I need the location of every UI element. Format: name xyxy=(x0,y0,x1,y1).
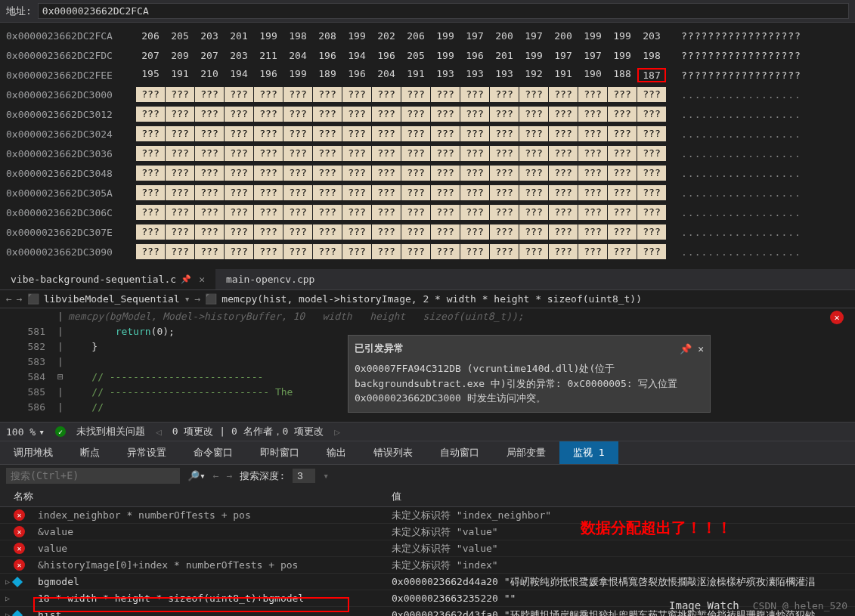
memory-byte[interactable]: ??? xyxy=(401,87,430,102)
memory-byte[interactable]: ??? xyxy=(549,185,578,200)
memory-byte[interactable]: ??? xyxy=(225,87,253,102)
memory-byte[interactable]: ??? xyxy=(342,166,371,181)
memory-byte[interactable]: ??? xyxy=(225,205,253,220)
memory-byte[interactable]: ??? xyxy=(254,126,283,141)
memory-byte[interactable]: ??? xyxy=(431,244,460,259)
memory-byte[interactable]: ??? xyxy=(578,205,607,220)
memory-byte[interactable]: ??? xyxy=(313,146,342,161)
nav-right-icon[interactable]: → xyxy=(227,470,233,481)
memory-byte[interactable]: ??? xyxy=(166,185,194,200)
memory-byte[interactable]: ??? xyxy=(313,87,342,102)
memory-byte[interactable]: ??? xyxy=(195,185,224,200)
memory-row[interactable]: 0x0000023662DC3000??????????????????????… xyxy=(0,85,855,104)
file-tab[interactable]: vibe-background-sequential.c📌✕ xyxy=(0,269,215,289)
memory-byte[interactable]: ??? xyxy=(254,224,283,240)
memory-byte[interactable]: ??? xyxy=(578,107,607,122)
debug-tab[interactable]: 命令窗口 xyxy=(180,441,246,464)
expand-icon[interactable]: ▷ xyxy=(3,594,12,602)
memory-byte[interactable]: ??? xyxy=(549,126,578,141)
breadcrumb-scope[interactable]: libvibeModel_Sequential xyxy=(44,293,180,305)
memory-byte[interactable]: ??? xyxy=(372,244,401,259)
memory-byte[interactable]: ??? xyxy=(460,205,489,220)
memory-byte[interactable]: ??? xyxy=(549,107,578,122)
memory-byte[interactable]: 198 xyxy=(637,50,666,61)
memory-byte[interactable]: ??? xyxy=(225,244,253,259)
memory-byte[interactable]: 193 xyxy=(490,68,519,82)
memory-byte[interactable]: ??? xyxy=(136,107,165,122)
memory-byte[interactable]: ??? xyxy=(136,166,165,181)
zoom-control[interactable]: 100 %▾ xyxy=(6,426,45,438)
memory-byte[interactable]: ??? xyxy=(608,166,637,181)
memory-byte[interactable]: ??? xyxy=(608,107,637,122)
memory-byte[interactable]: ??? xyxy=(136,185,165,200)
memory-byte[interactable]: ??? xyxy=(254,87,283,102)
memory-row[interactable]: 0x0000023662DC3024??????????????????????… xyxy=(0,124,855,144)
debug-tab[interactable]: 自动窗口 xyxy=(426,441,493,464)
memory-byte[interactable]: ??? xyxy=(549,244,578,259)
memory-row[interactable]: 0x0000023662DC305A??????????????????????… xyxy=(0,183,855,203)
memory-byte[interactable]: 203 xyxy=(225,50,253,61)
memory-byte[interactable]: ??? xyxy=(401,107,430,122)
memory-byte[interactable]: ??? xyxy=(608,185,637,200)
memory-byte[interactable]: 191 xyxy=(166,68,194,82)
watch-name[interactable]: &value xyxy=(38,526,386,537)
memory-byte[interactable]: ??? xyxy=(225,224,253,240)
memory-byte[interactable]: 199 xyxy=(608,30,637,42)
memory-byte[interactable]: ??? xyxy=(254,166,283,181)
memory-byte[interactable]: 199 xyxy=(254,30,283,42)
memory-byte[interactable]: ??? xyxy=(608,126,637,141)
memory-byte[interactable]: ??? xyxy=(313,224,342,240)
memory-byte[interactable]: ??? xyxy=(342,185,371,200)
memory-byte[interactable]: 201 xyxy=(490,50,519,61)
memory-byte[interactable]: ??? xyxy=(490,126,519,141)
memory-byte[interactable]: ??? xyxy=(637,126,666,141)
address-input[interactable] xyxy=(38,3,849,19)
memory-byte[interactable]: ??? xyxy=(490,205,519,220)
memory-byte[interactable]: ??? xyxy=(460,87,489,102)
debug-tab[interactable]: 监视 1 xyxy=(559,441,618,464)
memory-byte[interactable]: ??? xyxy=(519,185,548,200)
memory-byte[interactable]: ??? xyxy=(136,205,165,220)
fold-gutter[interactable]: | xyxy=(53,401,68,413)
memory-byte[interactable]: ??? xyxy=(342,244,371,259)
memory-byte[interactable]: 197 xyxy=(519,30,548,42)
memory-byte[interactable]: 207 xyxy=(136,50,165,61)
memory-byte[interactable]: ??? xyxy=(549,224,578,240)
memory-byte[interactable]: 197 xyxy=(460,30,489,42)
memory-byte[interactable]: 210 xyxy=(195,68,224,82)
memory-byte[interactable]: ??? xyxy=(195,205,224,220)
memory-byte[interactable]: ??? xyxy=(401,244,430,259)
memory-byte[interactable]: ??? xyxy=(136,224,165,240)
memory-byte[interactable]: ??? xyxy=(195,107,224,122)
memory-byte[interactable]: ??? xyxy=(166,244,194,259)
nav-left-icon[interactable]: ← xyxy=(6,293,12,305)
memory-byte[interactable]: ??? xyxy=(431,107,460,122)
memory-byte[interactable]: ??? xyxy=(608,87,637,102)
memory-byte[interactable]: ??? xyxy=(166,224,194,240)
fold-gutter[interactable]: | xyxy=(53,341,68,352)
debug-tab[interactable]: 错误列表 xyxy=(360,441,426,464)
memory-byte[interactable]: ??? xyxy=(342,107,371,122)
memory-byte[interactable]: ??? xyxy=(519,205,548,220)
memory-byte[interactable]: ??? xyxy=(225,146,253,161)
memory-byte[interactable]: ??? xyxy=(195,244,224,259)
memory-byte[interactable]: 197 xyxy=(578,50,607,61)
memory-byte[interactable]: 206 xyxy=(136,30,165,42)
memory-byte[interactable]: ??? xyxy=(637,244,666,259)
memory-byte[interactable]: 191 xyxy=(549,68,578,82)
memory-row[interactable]: 0x0000023662DC3012??????????????????????… xyxy=(0,104,855,124)
memory-byte[interactable]: ??? xyxy=(401,166,430,181)
column-value[interactable]: 值 xyxy=(386,490,855,503)
memory-byte[interactable]: ??? xyxy=(431,224,460,240)
memory-byte[interactable]: ??? xyxy=(519,107,548,122)
memory-byte[interactable]: ??? xyxy=(460,185,489,200)
memory-byte[interactable]: 194 xyxy=(225,68,253,82)
nav-left-icon[interactable]: ◁ xyxy=(156,426,162,438)
expand-icon[interactable]: ▷ xyxy=(3,611,12,616)
memory-byte[interactable]: ??? xyxy=(578,126,607,141)
watch-name[interactable]: value xyxy=(38,543,386,554)
memory-byte[interactable]: ??? xyxy=(225,126,253,141)
memory-byte[interactable]: ??? xyxy=(490,146,519,161)
memory-byte[interactable]: ??? xyxy=(254,185,283,200)
memory-byte[interactable]: ??? xyxy=(490,185,519,200)
